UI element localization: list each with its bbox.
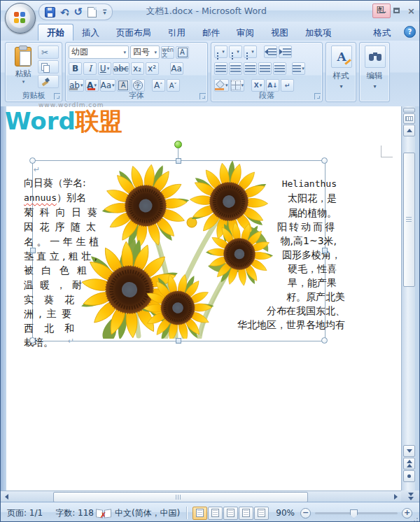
minimize-button[interactable] [377, 6, 387, 15]
next-page-button[interactable] [401, 491, 420, 502]
ruler-toggle-button[interactable] [403, 113, 415, 124]
selection-handle-top-left[interactable] [29, 157, 36, 164]
scroll-up-button[interactable] [403, 125, 415, 136]
document-page[interactable]: ↵ 向日葵（学名: annuus）别名 菊科向日葵 因花序随太 名。一年生植 茎… [6, 106, 401, 491]
vertical-scroll-thumb[interactable] [403, 153, 415, 287]
subscript-button[interactable]: x₂ [131, 62, 144, 75]
chevron-down-icon[interactable]: ▾ [123, 50, 126, 55]
help-button[interactable]: ? [404, 26, 416, 38]
italic-button[interactable]: I [83, 62, 97, 75]
phonetic-guide-button[interactable]: wén文 [161, 46, 174, 59]
strikethrough-button[interactable]: abc [113, 62, 130, 75]
paste-dropdown-icon[interactable]: ▾ [22, 79, 25, 85]
selection-handle-bottom[interactable] [176, 338, 181, 344]
increase-indent-button[interactable] [279, 45, 292, 58]
tab-mailings[interactable]: 邮件 [194, 24, 228, 41]
chevron-down-icon[interactable]: ▾ [302, 66, 304, 71]
selection-handle-top-right[interactable] [321, 157, 328, 164]
language-indicator[interactable]: 中文(简体，中国) [108, 507, 186, 519]
chevron-down-icon[interactable]: ▾ [107, 66, 110, 71]
tab-home[interactable]: 开始 [38, 24, 74, 41]
zoom-slider-track[interactable] [315, 512, 398, 514]
save-icon[interactable] [45, 7, 55, 17]
align-center-button[interactable] [229, 62, 242, 75]
chevron-down-icon[interactable]: ▾ [237, 49, 239, 55]
fullscreen-reading-view-button[interactable] [208, 507, 223, 520]
chevron-down-icon[interactable]: ▾ [222, 49, 225, 55]
undo-button[interactable]: ↶▾ [60, 6, 69, 19]
font-name-combo[interactable]: 幼圆▾ [69, 45, 129, 59]
tab-page-layout[interactable]: 页面布局 [108, 24, 160, 41]
numbering-button[interactable]: ▾ [229, 45, 242, 58]
chevron-down-icon[interactable]: ▾ [94, 83, 97, 88]
superscript-button[interactable]: x² [146, 62, 159, 75]
tab-review[interactable]: 审阅 [228, 24, 262, 41]
resize-grip[interactable] [411, 515, 418, 522]
underline-button[interactable]: U▾ [98, 62, 111, 75]
line-spacing-button[interactable]: ▾ [292, 62, 305, 75]
cut-button[interactable]: ✂ [38, 45, 59, 59]
close-button[interactable]: × [406, 6, 416, 15]
horizontal-scrollbar[interactable] [1, 491, 401, 502]
new-document-icon[interactable] [88, 7, 97, 17]
chevron-down-icon[interactable]: ▾ [241, 83, 244, 88]
maximize-button[interactable] [391, 6, 402, 15]
tab-references[interactable]: 引用 [160, 24, 194, 41]
selection-handle-top[interactable] [176, 158, 181, 164]
justify-button[interactable] [258, 62, 272, 75]
selection-handle-bottom-right[interactable] [321, 337, 328, 344]
selection-handle-left[interactable] [30, 248, 36, 253]
outline-view-button[interactable] [239, 507, 253, 520]
decrease-indent-button[interactable] [264, 45, 277, 58]
copy-button[interactable] [38, 60, 59, 73]
vertical-scrollbar[interactable] [401, 106, 415, 491]
styles-button[interactable]: A [331, 45, 352, 68]
tab-picture-format[interactable]: 格式 [365, 24, 400, 41]
multilevel-list-button[interactable]: ▾ [244, 45, 257, 58]
clear-formatting-button[interactable]: Aa [170, 62, 183, 75]
bullets-button[interactable]: ▾ [214, 45, 227, 58]
scroll-down-button[interactable] [403, 445, 415, 457]
office-button[interactable] [5, 3, 36, 34]
paragraph-dialog-launcher[interactable] [314, 93, 321, 99]
page-indicator[interactable]: 页面: 1/1 [1, 507, 49, 519]
draft-view-button[interactable] [254, 507, 269, 520]
chevron-down-icon[interactable]: ▾ [154, 50, 157, 55]
tab-insert[interactable]: 插入 [74, 24, 108, 41]
distribute-button[interactable] [273, 62, 286, 75]
align-left-button[interactable] [214, 62, 227, 75]
chevron-down-icon[interactable]: ▾ [225, 83, 228, 88]
select-browse-object-button[interactable] [403, 470, 415, 482]
zoom-out-button[interactable]: − [300, 508, 311, 519]
zoom-slider-thumb[interactable] [350, 509, 358, 519]
clipboard-dialog-launcher[interactable] [54, 93, 60, 99]
selection-handle-right[interactable] [322, 248, 328, 253]
undo-dropdown-icon[interactable]: ▾ [66, 11, 69, 17]
editing-button[interactable] [365, 45, 386, 68]
font-size-combo[interactable]: 四号▾ [130, 45, 160, 59]
editing-dropdown-icon[interactable]: ▾ [360, 83, 389, 90]
word-count[interactable]: 字数: 118 [49, 507, 100, 519]
chevron-down-icon[interactable]: ▾ [260, 83, 262, 88]
paste-button[interactable]: 粘贴 ▾ [10, 45, 36, 91]
scroll-left-button[interactable] [1, 492, 11, 501]
font-dialog-launcher[interactable] [200, 93, 206, 99]
chevron-down-icon[interactable]: ▾ [80, 83, 83, 88]
bold-button[interactable]: B [69, 62, 82, 75]
redo-icon[interactable]: ↺ [74, 7, 83, 17]
styles-dropdown-icon[interactable]: ▾ [327, 83, 356, 90]
character-border-button[interactable]: A [176, 46, 189, 59]
split-handle[interactable] [403, 108, 415, 113]
zoom-level[interactable]: 90% [276, 508, 295, 518]
previous-page-button[interactable] [403, 458, 415, 470]
tab-addins[interactable]: 加载项 [297, 24, 340, 41]
chevron-down-icon[interactable]: ▾ [112, 83, 115, 88]
customize-qat-button[interactable]: ━▾ [103, 9, 106, 15]
rotate-handle[interactable] [174, 141, 182, 148]
print-layout-view-button[interactable] [192, 507, 207, 520]
format-painter-button[interactable] [38, 75, 59, 88]
tab-view[interactable]: 视图 [262, 24, 297, 41]
chevron-down-icon[interactable]: ▾ [251, 49, 254, 55]
scroll-right-button[interactable] [391, 492, 400, 501]
web-layout-view-button[interactable] [223, 507, 238, 520]
